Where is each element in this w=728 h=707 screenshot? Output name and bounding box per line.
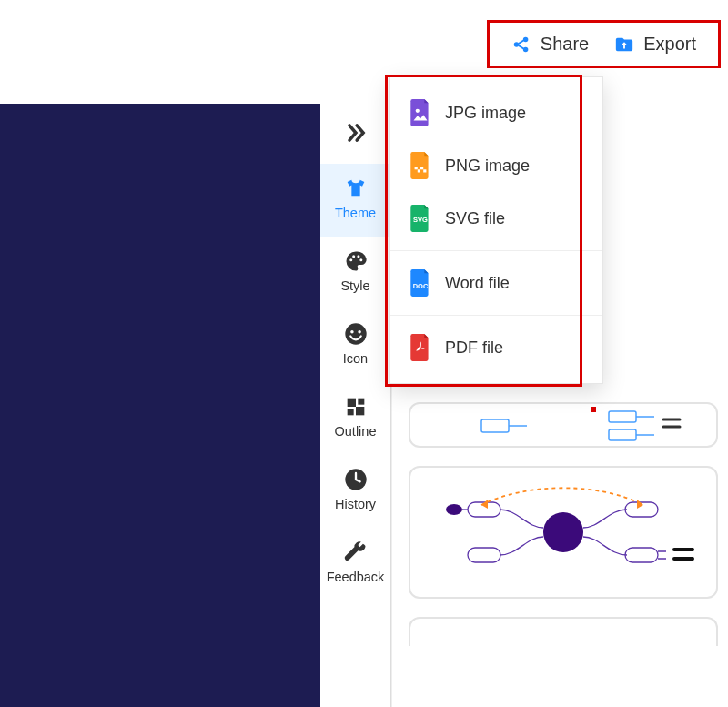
sidenav-item-theme[interactable]: Theme — [320, 164, 390, 237]
svg-rect-12 — [347, 399, 355, 407]
word-file-icon: DOC — [409, 269, 432, 297]
svg-marker-29 — [637, 500, 643, 509]
sidenav-item-style[interactable]: Style — [320, 237, 390, 309]
theme-card[interactable] — [409, 617, 718, 646]
svg-point-10 — [350, 330, 354, 334]
sidenav-item-label: Outline — [335, 424, 377, 439]
share-icon — [511, 35, 531, 55]
svg-rect-18 — [609, 411, 636, 422]
svg-rect-35 — [418, 169, 420, 172]
svg-point-6 — [352, 255, 355, 258]
outline-icon — [342, 393, 369, 420]
sidenav-item-label: Icon — [343, 351, 368, 366]
svg-rect-25 — [468, 548, 500, 562]
svg-line-4 — [519, 45, 524, 48]
svg-rect-14 — [347, 409, 353, 415]
share-label: Share — [541, 34, 589, 55]
svg-line-3 — [519, 40, 524, 44]
smiley-icon — [342, 320, 369, 348]
svg-rect-20 — [591, 407, 596, 412]
svg-point-5 — [349, 258, 352, 261]
export-item-label: SVG file — [445, 209, 505, 228]
sidenav-item-icon[interactable]: Icon — [320, 309, 390, 382]
export-item-label: PDF file — [445, 338, 503, 358]
export-item-word[interactable]: DOC Word file — [390, 257, 602, 309]
svg-point-23 — [543, 512, 583, 552]
sidenav-item-label: Theme — [335, 206, 376, 220]
svg-rect-15 — [356, 407, 364, 415]
expand-panel-button[interactable] — [320, 120, 390, 146]
divider — [390, 315, 602, 316]
export-item-pdf[interactable]: PDF file — [390, 321, 602, 374]
side-nav: Theme Style Icon Outline History Feedbac… — [320, 104, 391, 707]
divider — [390, 250, 602, 251]
png-file-icon — [409, 152, 432, 179]
svg-text:DOC: DOC — [413, 282, 429, 290]
export-item-jpg[interactable]: JPG image — [390, 86, 602, 139]
share-button[interactable]: Share — [499, 28, 602, 60]
sidenav-item-label: Feedback — [327, 570, 385, 584]
svg-point-1 — [523, 36, 529, 42]
clock-icon — [342, 466, 369, 493]
sidenav-item-label: History — [335, 497, 376, 511]
svg-point-0 — [514, 42, 520, 47]
export-item-label: PNG image — [445, 157, 530, 176]
svg-point-33 — [416, 109, 420, 113]
pdf-file-icon — [409, 334, 432, 361]
jpg-file-icon — [409, 99, 432, 126]
svg-point-2 — [523, 46, 529, 52]
export-item-label: JPG image — [445, 104, 526, 123]
svg-point-9 — [345, 323, 366, 344]
canvas-area[interactable] — [0, 104, 320, 707]
palette-icon — [342, 247, 369, 275]
sidenav-item-outline[interactable]: Outline — [320, 382, 390, 455]
sidenav-item-feedback[interactable]: Feedback — [320, 528, 390, 601]
export-dropdown: JPG image PNG image SVG SVG file DOC Wor… — [389, 76, 603, 384]
export-icon — [614, 35, 634, 55]
export-item-png[interactable]: PNG image — [390, 139, 602, 192]
svg-rect-27 — [625, 548, 658, 562]
svg-file-icon: SVG — [409, 205, 432, 232]
sidenav-item-history[interactable]: History — [320, 455, 390, 528]
svg-point-28 — [446, 504, 462, 515]
svg-rect-34 — [415, 167, 418, 169]
svg-rect-19 — [609, 429, 636, 440]
sidenav-item-label: Style — [340, 278, 369, 293]
top-toolbar: Share Export — [487, 20, 721, 68]
theme-card[interactable] — [409, 402, 718, 448]
export-item-svg[interactable]: SVG SVG file — [390, 192, 602, 245]
export-label: Export — [643, 34, 696, 55]
svg-point-7 — [357, 255, 359, 258]
svg-point-11 — [358, 330, 361, 334]
svg-rect-13 — [358, 399, 364, 405]
svg-rect-17 — [481, 419, 509, 432]
svg-rect-36 — [420, 167, 423, 169]
tshirt-icon — [342, 175, 369, 202]
svg-rect-37 — [423, 169, 426, 172]
svg-text:SVG: SVG — [413, 216, 428, 224]
svg-point-8 — [359, 258, 362, 261]
export-item-label: Word file — [445, 274, 510, 293]
theme-card[interactable] — [409, 466, 718, 599]
export-button[interactable]: Export — [602, 28, 709, 60]
wrench-icon — [342, 539, 369, 566]
